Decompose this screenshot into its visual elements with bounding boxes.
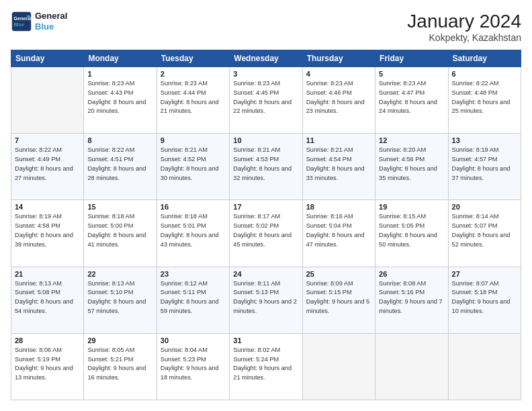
day-number: 8 (87, 136, 152, 144)
day-cell: 19Sunrise: 8:15 AMSunset: 5:05 PMDayligh… (375, 200, 448, 267)
day-cell: 15Sunrise: 8:18 AMSunset: 5:00 PMDayligh… (84, 200, 157, 267)
day-number: 26 (379, 270, 444, 278)
day-number: 12 (379, 136, 444, 144)
day-cell: 21Sunrise: 8:13 AMSunset: 5:08 PMDayligh… (11, 267, 84, 333)
day-info: Sunrise: 8:22 AMSunset: 4:49 PMDaylight:… (15, 146, 80, 183)
day-number: 5 (379, 70, 444, 78)
weekday-header-thursday: Thursday (302, 50, 375, 67)
weekday-header-saturday: Saturday (448, 50, 521, 67)
day-info: Sunrise: 8:23 AMSunset: 4:44 PMDaylight:… (161, 79, 226, 116)
day-cell: 18Sunrise: 8:16 AMSunset: 5:04 PMDayligh… (302, 200, 375, 267)
day-number: 16 (161, 203, 226, 211)
day-info: Sunrise: 8:13 AMSunset: 5:08 PMDaylight:… (15, 279, 80, 316)
day-number: 15 (87, 203, 152, 211)
day-info: Sunrise: 8:11 AMSunset: 5:13 PMDaylight:… (233, 279, 298, 316)
day-cell: 23Sunrise: 8:12 AMSunset: 5:11 PMDayligh… (157, 267, 229, 333)
day-cell: 22Sunrise: 8:13 AMSunset: 5:10 PMDayligh… (84, 267, 157, 333)
day-number: 18 (306, 203, 371, 211)
day-cell: 5Sunrise: 8:23 AMSunset: 4:47 PMDaylight… (375, 67, 448, 134)
day-number: 14 (15, 203, 80, 211)
weekday-header-monday: Monday (84, 50, 157, 67)
day-info: Sunrise: 8:13 AMSunset: 5:10 PMDaylight:… (87, 279, 152, 316)
day-info: Sunrise: 8:23 AMSunset: 4:47 PMDaylight:… (379, 79, 444, 116)
logo: General Blue General Blue (11, 11, 67, 32)
day-number: 19 (379, 203, 444, 211)
weekday-header-tuesday: Tuesday (157, 50, 229, 67)
day-number: 13 (452, 136, 517, 144)
day-info: Sunrise: 8:04 AMSunset: 5:23 PMDaylight:… (161, 346, 226, 383)
day-cell: 11Sunrise: 8:21 AMSunset: 4:54 PMDayligh… (302, 134, 375, 200)
calendar-subtitle: Kokpekty, Kazakhstan (407, 32, 521, 43)
day-cell: 2Sunrise: 8:23 AMSunset: 4:44 PMDaylight… (157, 67, 229, 134)
day-number: 10 (233, 136, 298, 144)
day-cell: 31Sunrise: 8:02 AMSunset: 5:24 PMDayligh… (230, 333, 302, 400)
day-info: Sunrise: 8:17 AMSunset: 5:02 PMDaylight:… (233, 212, 298, 249)
day-info: Sunrise: 8:21 AMSunset: 4:52 PMDaylight:… (161, 146, 226, 183)
day-info: Sunrise: 8:05 AMSunset: 5:21 PMDaylight:… (87, 346, 152, 383)
day-cell: 30Sunrise: 8:04 AMSunset: 5:23 PMDayligh… (157, 333, 229, 400)
weekday-header-row: SundayMondayTuesdayWednesdayThursdayFrid… (11, 50, 521, 67)
day-cell: 10Sunrise: 8:21 AMSunset: 4:53 PMDayligh… (230, 134, 302, 200)
day-info: Sunrise: 8:23 AMSunset: 4:45 PMDaylight:… (233, 79, 298, 116)
day-number: 25 (306, 270, 371, 278)
day-cell: 28Sunrise: 8:06 AMSunset: 5:19 PMDayligh… (11, 333, 84, 400)
day-number: 28 (15, 336, 80, 345)
day-info: Sunrise: 8:18 AMSunset: 5:00 PMDaylight:… (87, 212, 152, 249)
day-cell: 3Sunrise: 8:23 AMSunset: 4:45 PMDaylight… (230, 67, 302, 134)
day-number: 3 (233, 70, 298, 78)
day-cell: 20Sunrise: 8:14 AMSunset: 5:07 PMDayligh… (448, 200, 521, 267)
day-number: 21 (15, 270, 80, 278)
day-info: Sunrise: 8:09 AMSunset: 5:15 PMDaylight:… (306, 279, 371, 316)
weekday-header-sunday: Sunday (11, 50, 84, 67)
weekday-header-wednesday: Wednesday (230, 50, 302, 67)
day-cell: 13Sunrise: 8:19 AMSunset: 4:57 PMDayligh… (448, 134, 521, 200)
calendar-title: January 2024 (407, 11, 521, 32)
day-info: Sunrise: 8:19 AMSunset: 4:57 PMDaylight:… (452, 146, 517, 183)
day-cell (11, 67, 84, 134)
day-number: 4 (306, 70, 371, 78)
day-info: Sunrise: 8:08 AMSunset: 5:16 PMDaylight:… (379, 279, 444, 316)
weekday-header-friday: Friday (375, 50, 448, 67)
day-number: 20 (452, 203, 517, 211)
calendar-table: SundayMondayTuesdayWednesdayThursdayFrid… (11, 50, 521, 400)
day-number: 2 (161, 70, 226, 78)
logo-icon: General Blue (11, 11, 32, 32)
day-number: 7 (15, 136, 80, 144)
day-info: Sunrise: 8:14 AMSunset: 5:07 PMDaylight:… (452, 212, 517, 249)
day-cell: 24Sunrise: 8:11 AMSunset: 5:13 PMDayligh… (230, 267, 302, 333)
day-info: Sunrise: 8:06 AMSunset: 5:19 PMDaylight:… (15, 346, 80, 383)
day-number: 1 (87, 70, 152, 78)
day-number: 6 (452, 70, 517, 78)
day-cell: 7Sunrise: 8:22 AMSunset: 4:49 PMDaylight… (11, 134, 84, 200)
day-cell: 4Sunrise: 8:23 AMSunset: 4:46 PMDaylight… (302, 67, 375, 134)
day-number: 30 (161, 336, 226, 345)
day-cell: 14Sunrise: 8:19 AMSunset: 4:58 PMDayligh… (11, 200, 84, 267)
week-row-1: 1Sunrise: 8:23 AMSunset: 4:43 PMDaylight… (11, 67, 521, 134)
day-number: 27 (452, 270, 517, 278)
svg-text:Blue: Blue (13, 22, 24, 28)
day-info: Sunrise: 8:02 AMSunset: 5:24 PMDaylight:… (233, 346, 298, 383)
day-info: Sunrise: 8:07 AMSunset: 5:18 PMDaylight:… (452, 279, 517, 316)
day-cell: 17Sunrise: 8:17 AMSunset: 5:02 PMDayligh… (230, 200, 302, 267)
week-row-2: 7Sunrise: 8:22 AMSunset: 4:49 PMDaylight… (11, 134, 521, 200)
day-number: 23 (161, 270, 226, 278)
day-number: 17 (233, 203, 298, 211)
logo-blue: Blue (35, 21, 67, 32)
day-info: Sunrise: 8:15 AMSunset: 5:05 PMDaylight:… (379, 212, 444, 249)
day-info: Sunrise: 8:16 AMSunset: 5:04 PMDaylight:… (306, 212, 371, 249)
week-row-3: 14Sunrise: 8:19 AMSunset: 4:58 PMDayligh… (11, 200, 521, 267)
day-number: 22 (87, 270, 152, 278)
day-number: 24 (233, 270, 298, 278)
day-info: Sunrise: 8:22 AMSunset: 4:51 PMDaylight:… (87, 146, 152, 183)
day-info: Sunrise: 8:21 AMSunset: 4:53 PMDaylight:… (233, 146, 298, 183)
page: General Blue General Blue January 2024 K… (0, 0, 532, 411)
header: General Blue General Blue January 2024 K… (11, 11, 521, 43)
day-info: Sunrise: 8:18 AMSunset: 5:01 PMDaylight:… (161, 212, 226, 249)
day-info: Sunrise: 8:20 AMSunset: 4:56 PMDaylight:… (379, 146, 444, 183)
day-cell: 6Sunrise: 8:22 AMSunset: 4:48 PMDaylight… (448, 67, 521, 134)
day-cell (448, 333, 521, 400)
day-info: Sunrise: 8:21 AMSunset: 4:54 PMDaylight:… (306, 146, 371, 183)
day-cell: 9Sunrise: 8:21 AMSunset: 4:52 PMDaylight… (157, 134, 229, 200)
day-cell: 1Sunrise: 8:23 AMSunset: 4:43 PMDaylight… (84, 67, 157, 134)
day-info: Sunrise: 8:19 AMSunset: 4:58 PMDaylight:… (15, 212, 80, 249)
